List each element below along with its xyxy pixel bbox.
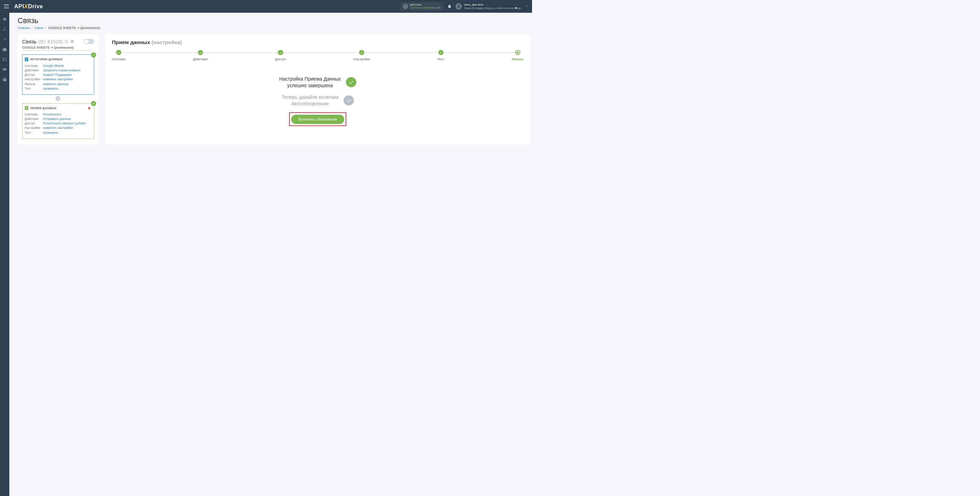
row-key: Действие [25,117,43,121]
box-row: ДействиеОтправить данные [25,117,91,121]
user-info: demo_apix-drive Тариф |Стандарт| (new) д… [464,3,521,10]
step-финиш[interactable]: Финиш [512,50,523,61]
breadcrumb-home[interactable]: Главная [18,26,30,30]
logo-drive: Drive [28,3,43,9]
setup-panel: Прием данных (настройка) СистемаДействие… [105,34,530,145]
source-number: 1 [25,57,29,61]
row-key: Фильтр [25,82,43,86]
row-val[interactable]: изменить фильтр [43,82,68,86]
check-badge-icon [91,101,96,106]
row-key: Система [25,113,43,116]
add-step-button[interactable]: + [22,96,94,101]
notifications-icon[interactable] [447,4,452,9]
step-dot [116,50,121,55]
status-pending: Теперь давайте включим Автообновление [112,94,524,107]
nav-billing-icon[interactable] [2,37,7,42]
status-success: Настройка Приема Данных успешно завершен… [112,76,524,89]
connection-panel: Связь (ID: 61524) GOOGLE SHEETS -> (prov… [18,34,99,145]
box-row: СистемаGoogle Sheets [25,64,91,67]
logo-x: X [24,3,28,9]
row-val[interactable]: ProveSource [43,113,61,116]
panel-id: (ID: 61524) [38,39,63,45]
svg-point-3 [3,59,4,59]
box-row: Настройкиизменить настройки [25,78,91,81]
actions-text: Действия: 142'719 из 1'000'000 (149 [410,3,441,10]
enable-update-button[interactable]: Включить обновление [291,115,344,124]
hamburger-menu-icon[interactable] [4,3,11,10]
nav-id-card-icon[interactable] [2,57,7,62]
box-row: Фильтризменить фильтр [25,82,91,86]
dest-number: 2 [25,106,29,110]
svg-point-1 [3,30,4,31]
box-row: ДоступProveSource (аккаунт добавл [25,122,91,125]
logo[interactable]: APIXDrive [14,3,43,10]
panel-title: Связь [22,38,37,45]
row-val[interactable]: проверить [43,87,58,90]
gear-icon[interactable] [70,40,74,43]
breadcrumb-current: GOOGLE SHEETS -> (provesource) [48,26,100,30]
step-действие[interactable]: Действие [193,50,208,61]
row-key: Действие [25,68,43,72]
row-val[interactable]: ProveSource (аккаунт добавл [43,122,86,125]
step-label: Настройки [353,57,370,61]
destination-box: 2 ПРИЕМ ДАННЫХ СистемаProveSourceДействи… [22,103,94,139]
row-key: Настройки [25,78,43,81]
main-content: Связь Главная / Связи / GOOGLE SHEETS ->… [9,13,532,148]
info-icon: i [403,4,408,9]
row-val[interactable]: проверить [43,131,58,134]
nav-connections-icon[interactable] [2,27,7,32]
connection-name[interactable]: GOOGLE SHEETS -> (provesource) [22,46,94,50]
nav-home-icon[interactable] [2,16,7,22]
row-key: Настройки [25,126,43,129]
row-key: Тест [25,87,43,90]
step-dot [515,50,520,55]
left-sidebar [0,13,9,269]
step-label: Тест [437,57,444,61]
user-plan: Тариф |Стандарт| (new) до оплаты осталос… [464,6,521,10]
actions-counter[interactable]: i Действия: 142'719 из 1'000'000 (149 [401,2,443,11]
row-val[interactable]: изменить настройки [43,126,73,129]
step-dot [359,50,364,55]
step-label: Доступ [275,57,286,61]
row-val[interactable]: изменить настройки [43,78,73,81]
step-label: Система [112,57,126,61]
step-доступ[interactable]: Доступ [275,50,286,61]
box-row: ДействиеЗагрузить строки (новые) [25,68,91,72]
setup-title: Прием данных (настройка) [112,39,524,45]
svg-point-0 [4,27,5,29]
breadcrumb-links[interactable]: Связи [35,26,43,30]
breadcrumb: Главная / Связи / GOOGLE SHEETS -> (prov… [18,26,530,30]
step-dot [198,50,203,55]
row-key: Доступ [25,73,43,76]
row-val[interactable]: Загрузить строки (новые) [43,68,81,72]
step-система[interactable]: Система [112,50,126,61]
nav-help-icon[interactable] [2,77,7,82]
nav-briefcase-icon[interactable] [2,47,7,52]
row-val[interactable]: Support Поддержка [43,73,72,76]
connection-toggle[interactable] [84,39,94,44]
trash-icon[interactable] [88,107,91,110]
check-icon-muted [344,95,353,105]
check-icon [346,77,356,87]
row-val[interactable]: Отправить данные [43,117,71,121]
step-label: Действие [193,57,208,61]
source-box: 1 ИСТОЧНИК ДАННЫХ СистемаGoogle SheetsДе… [22,54,94,94]
dest-title: ПРИЕМ ДАННЫХ [30,107,57,110]
user-menu[interactable]: demo_apix-drive Тариф |Стандарт| (new) д… [455,3,521,10]
box-row: Настройкиизменить настройки [25,126,91,129]
nav-video-icon[interactable] [2,67,7,72]
svg-point-2 [5,30,6,31]
box-row: ДоступSupport Поддержка [25,73,91,76]
user-name: demo_apix-drive [464,3,521,6]
document-icon[interactable] [64,40,68,43]
source-title: ИСТОЧНИК ДАННЫХ [30,57,63,61]
step-настройки[interactable]: Настройки [353,50,370,61]
top-header: APIXDrive i Действия: 142'719 из 1'000'0… [0,0,532,13]
row-val[interactable]: Google Sheets [43,64,64,67]
box-row: СистемаProveSource [25,113,91,116]
plus-icon: + [56,96,60,101]
step-тест[interactable]: Тест [437,50,444,61]
logo-api: API [14,3,24,9]
avatar-icon [455,3,462,9]
chevron-down-icon[interactable] [521,5,528,8]
